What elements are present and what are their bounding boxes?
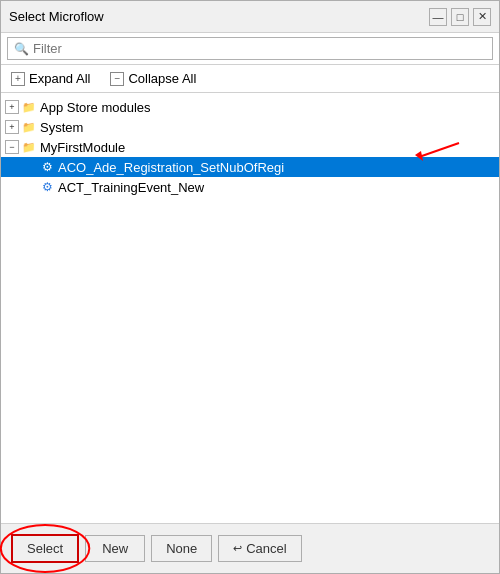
- close-button[interactable]: ✕: [473, 8, 491, 26]
- none-button[interactable]: None: [151, 535, 212, 562]
- cancel-label: Cancel: [246, 541, 286, 556]
- tree-label-aco-ade: ACO_Ade_Registration_SetNubOfRegi: [58, 160, 284, 175]
- title-bar: Select Microflow — □ ✕: [1, 1, 499, 33]
- select-button[interactable]: Select: [11, 534, 79, 563]
- tree-area: + 📁 App Store modules + 📁 System − 📁 MyF…: [1, 93, 499, 523]
- expand-all-label: Expand All: [29, 71, 90, 86]
- expand-all-button[interactable]: + Expand All: [7, 69, 94, 88]
- search-bar: 🔍: [1, 33, 499, 65]
- folder-icon-system: 📁: [21, 119, 37, 135]
- tree-label-myfirstmodule: MyFirstModule: [40, 140, 125, 155]
- tree-item-aco-ade[interactable]: ⚙ ACO_Ade_Registration_SetNubOfRegi: [1, 157, 499, 177]
- tree-label-app-store: App Store modules: [40, 100, 151, 115]
- folder-icon-app-store: 📁: [21, 99, 37, 115]
- tree-item-act-training[interactable]: ⚙ ACT_TrainingEvent_New: [1, 177, 499, 197]
- microflow-icon-act: ⚙: [39, 179, 55, 195]
- tree-label-system: System: [40, 120, 83, 135]
- folder-icon-myfirstmodule: 📁: [21, 139, 37, 155]
- microflow-icon-aco: ⚙: [39, 159, 55, 175]
- maximize-button[interactable]: □: [451, 8, 469, 26]
- select-label: Select: [27, 541, 63, 556]
- new-button[interactable]: New: [85, 535, 145, 562]
- collapse-icon: −: [110, 72, 124, 86]
- footer: Select New None ↩ Cancel: [1, 523, 499, 573]
- select-button-wrapper: Select: [11, 534, 79, 563]
- expand-toggle-system[interactable]: +: [5, 120, 19, 134]
- window-title: Select Microflow: [9, 9, 104, 24]
- collapse-all-button[interactable]: − Collapse All: [106, 69, 200, 88]
- expand-toggle-myfirstmodule[interactable]: −: [5, 140, 19, 154]
- search-input[interactable]: [33, 41, 486, 56]
- tree-item-app-store[interactable]: + 📁 App Store modules: [1, 97, 499, 117]
- cancel-icon: ↩: [233, 542, 242, 555]
- collapse-all-label: Collapse All: [128, 71, 196, 86]
- none-label: None: [166, 541, 197, 556]
- search-input-wrapper[interactable]: 🔍: [7, 37, 493, 60]
- tree-item-myfirstmodule[interactable]: − 📁 MyFirstModule: [1, 137, 499, 157]
- window-controls: — □ ✕: [429, 8, 491, 26]
- tree-item-system[interactable]: + 📁 System: [1, 117, 499, 137]
- select-microflow-window: Select Microflow — □ ✕ 🔍 + Expand All − …: [0, 0, 500, 574]
- expand-icon: +: [11, 72, 25, 86]
- search-icon: 🔍: [14, 42, 29, 56]
- new-label: New: [102, 541, 128, 556]
- cancel-button[interactable]: ↩ Cancel: [218, 535, 301, 562]
- toolbar: + Expand All − Collapse All: [1, 65, 499, 93]
- expand-toggle-app-store[interactable]: +: [5, 100, 19, 114]
- tree-label-act-training: ACT_TrainingEvent_New: [58, 180, 204, 195]
- minimize-button[interactable]: —: [429, 8, 447, 26]
